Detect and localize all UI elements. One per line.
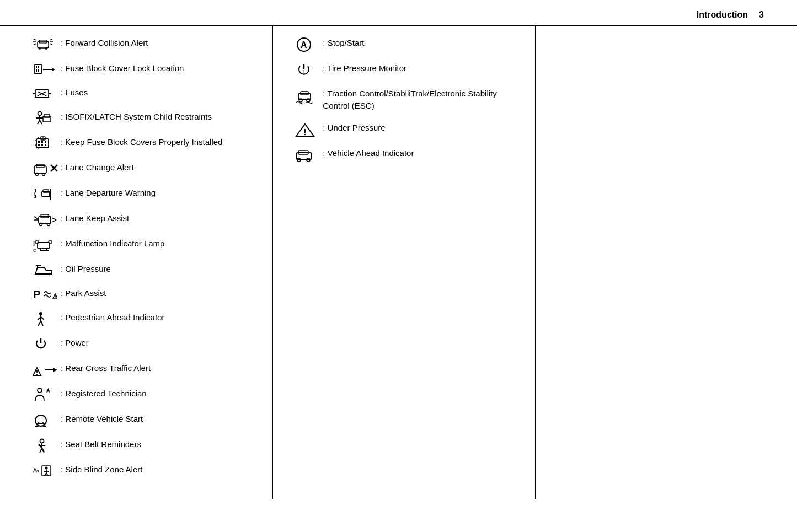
stop-start-text: : Stop/Start: [323, 37, 364, 49]
keep-fuse-text: : Keep Fuse Block Covers Properly Instal…: [61, 136, 222, 148]
svg-point-31: [35, 144, 36, 146]
park-assist-icon: P: [33, 287, 61, 302]
svg-text:!: !: [302, 69, 304, 76]
fuse-block-lock-text: : Fuse Block Cover Lock Location: [61, 62, 184, 74]
oil-pressure-text: : Oil Pressure: [61, 263, 111, 275]
svg-line-80: [41, 321, 43, 326]
svg-marker-16: [52, 68, 55, 71]
svg-point-75: [39, 312, 42, 315]
entry-lane-change-alert: : Lane Change Alert: [33, 162, 256, 177]
entry-stop-start: A : Stop/Start: [295, 37, 518, 52]
svg-point-30: [35, 140, 36, 141]
page-container: Introduction 3: [0, 0, 797, 532]
entry-malfunction-lamp: I C : Malfunction Indicator Lamp: [33, 238, 256, 253]
entry-park-assist: P : Park Assist: [33, 287, 256, 302]
svg-rect-61: [38, 243, 50, 248]
entry-forward-collision-alert: : Forward Collision Alert: [33, 37, 256, 52]
pedestrian-icon: [33, 311, 61, 327]
svg-rect-37: [45, 141, 46, 143]
side-blind-text: : Side Blind Zone Alert: [61, 464, 142, 476]
svg-line-79: [38, 321, 41, 326]
svg-rect-62: [35, 241, 39, 243]
svg-point-44: [42, 173, 45, 176]
svg-line-0: [34, 39, 36, 40]
svg-line-25: [38, 120, 40, 124]
svg-text:P: P: [33, 288, 40, 300]
svg-rect-11: [36, 66, 37, 68]
svg-line-7: [50, 39, 52, 40]
mil-text: : Malfunction Indicator Lamp: [61, 238, 164, 250]
fuses-text: : Fuses: [61, 87, 88, 99]
svg-rect-12: [38, 66, 39, 68]
svg-point-57: [40, 223, 42, 226]
entry-seat-belt: : Seat Belt Reminders: [33, 438, 256, 454]
header-page: 3: [759, 10, 764, 20]
entry-under-pressure: : Under Pressure: [295, 122, 518, 137]
entry-isofix: : ISOFIX/LATCH System Child Restraints: [33, 111, 256, 126]
seat-belt-text: : Seat Belt Reminders: [61, 438, 141, 450]
isofix-icon: [33, 111, 61, 126]
forward-collision-alert-icon: [33, 37, 61, 52]
svg-rect-28: [44, 114, 50, 117]
svg-point-5: [39, 47, 41, 50]
column-2: A : Stop/Start ! : Tire Pressure Monitor: [273, 26, 535, 499]
svg-point-99: [45, 467, 48, 470]
svg-point-6: [45, 47, 47, 50]
entry-registered-tech: : Registered Technician: [33, 388, 256, 403]
oil-pressure-icon: [33, 263, 61, 277]
content-area: : Forward Collision Alert: [0, 26, 797, 499]
svg-point-22: [38, 112, 42, 116]
svg-rect-40: [45, 144, 46, 146]
vehicle-ahead-text: : Vehicle Ahead Indicator: [323, 147, 414, 159]
entry-oil-pressure: : Oil Pressure: [33, 263, 256, 277]
tpms-text: : Tire Pressure Monitor: [323, 62, 406, 74]
power-icon: [33, 337, 61, 352]
stop-start-icon: A: [295, 37, 323, 52]
svg-line-59: [52, 218, 56, 220]
side-blind-icon: A n: [33, 464, 61, 478]
lane-departure-icon: !: [33, 187, 61, 202]
entry-side-blind: A n : Side Blind Zone Alert: [33, 464, 256, 478]
svg-rect-13: [36, 69, 37, 72]
vehicle-ahead-icon: [295, 147, 323, 163]
entry-traction-control: : Traction Control/StabiliTrak/Electroni…: [295, 88, 518, 112]
svg-rect-10: [34, 65, 42, 73]
entry-fuses: : Fuses: [33, 87, 256, 101]
entry-rear-cross: : Rear Cross Traffic Alert: [33, 362, 256, 378]
entry-fuse-block-cover-lock: : Fuse Block Cover Lock Location: [33, 62, 256, 77]
lane-change-alert-icon: [33, 162, 61, 177]
svg-line-53: [34, 217, 38, 219]
traction-control-icon: [295, 89, 323, 104]
entry-vehicle-ahead: : Vehicle Ahead Indicator: [295, 147, 518, 163]
svg-rect-34: [41, 137, 45, 140]
svg-text:n: n: [36, 469, 39, 474]
mil-icon: I C: [33, 238, 61, 253]
page-header: Introduction 3: [0, 0, 797, 26]
fuses-icon: [33, 87, 61, 101]
entry-lane-keep-assist: : Lane Keep Assist: [33, 212, 256, 228]
seat-belt-icon: [33, 438, 61, 454]
svg-rect-36: [41, 141, 43, 143]
svg-point-90: [40, 439, 44, 443]
svg-text:C: C: [33, 248, 36, 253]
svg-line-26: [40, 120, 42, 124]
svg-marker-85: [53, 368, 57, 372]
entry-remote-vehicle-start: : Remote Vehicle Start: [33, 413, 256, 428]
isofix-text: : ISOFIX/LATCH System Child Restraints: [61, 111, 212, 123]
svg-point-86: [38, 388, 42, 393]
column-1: : Forward Collision Alert: [0, 26, 273, 499]
entry-power: : Power: [33, 337, 256, 352]
svg-point-109: [299, 99, 302, 102]
traction-control-text: : Traction Control/StabiliTrak/Electroni…: [323, 88, 518, 112]
svg-text:I: I: [33, 240, 35, 247]
svg-point-74: [55, 297, 56, 298]
svg-line-9: [50, 44, 52, 45]
forward-collision-alert-text: : Forward Collision Alert: [61, 37, 148, 49]
lane-departure-text: : Lane Departure Warning: [61, 187, 156, 199]
entry-keep-fuse: : Keep Fuse Block Covers Properly Instal…: [33, 136, 256, 152]
svg-point-58: [47, 223, 50, 226]
entry-tpms: ! : Tire Pressure Monitor: [295, 62, 518, 78]
remote-vehicle-start-icon: [33, 413, 61, 428]
svg-rect-14: [38, 69, 39, 72]
keep-fuse-icon: [33, 136, 61, 152]
